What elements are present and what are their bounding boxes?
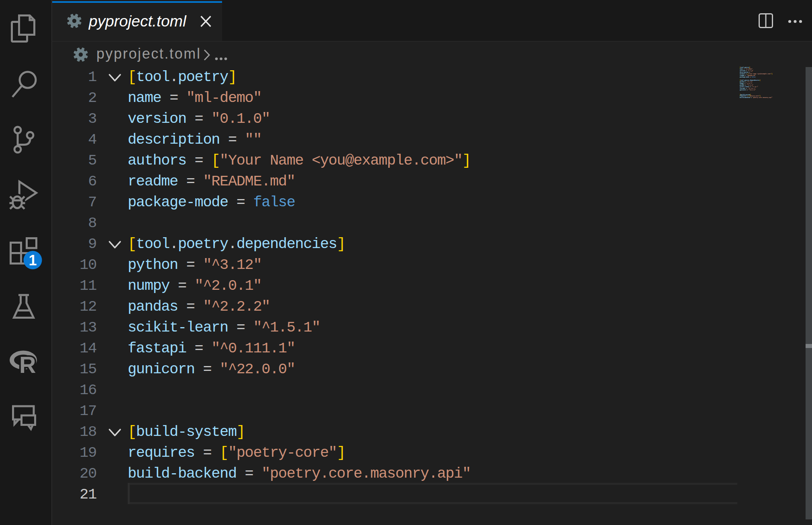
svg-text:1: 1	[29, 252, 37, 269]
svg-text:R: R	[19, 352, 36, 378]
